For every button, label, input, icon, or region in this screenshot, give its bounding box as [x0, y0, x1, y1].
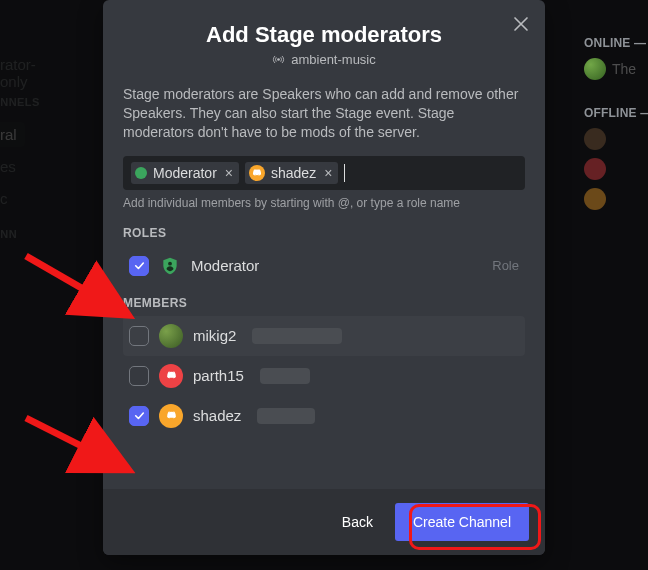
modal-footer: Back Create Channel [103, 489, 545, 555]
checkbox[interactable] [129, 326, 149, 346]
discord-logo-icon [164, 408, 179, 423]
role-color-dot [135, 167, 147, 179]
row-right-label: Role [492, 258, 519, 273]
modal-description: Stage moderators are Speakers who can ad… [123, 85, 525, 142]
member-list-ghost: ONLINE — 1 The OFFLINE — 3 [584, 6, 644, 218]
chip-label: shadez [271, 165, 316, 181]
member-name-partial: The [612, 61, 636, 77]
role-shield-icon [159, 255, 181, 277]
text-caret [344, 164, 345, 182]
stage-channel-icon [272, 53, 285, 66]
avatar [159, 324, 183, 348]
modal-header: Add Stage moderators ambient-music [103, 0, 545, 73]
avatar [159, 404, 183, 428]
check-icon [133, 259, 146, 272]
back-button[interactable]: Back [326, 504, 389, 540]
checkbox[interactable] [129, 366, 149, 386]
avatar [584, 188, 606, 210]
section-members-label: MEMBERS [123, 296, 525, 310]
member-name: mikig2 [193, 327, 236, 344]
discord-logo-icon [250, 166, 264, 180]
member-entry [584, 158, 644, 180]
avatar [584, 58, 606, 80]
avatar [249, 165, 265, 181]
moderator-picker-input[interactable]: Moderator × shadez × [123, 156, 525, 190]
member-row-mikig2[interactable]: mikig2 [123, 316, 525, 356]
checkbox[interactable] [129, 406, 149, 426]
members-offline-header: OFFLINE — 3 [584, 106, 644, 120]
member-entry: The [584, 58, 644, 80]
role-row-moderator[interactable]: Moderator Role [123, 246, 525, 286]
avatar [584, 158, 606, 180]
chip-remove-icon[interactable]: × [324, 165, 332, 181]
chip-label: Moderator [153, 165, 217, 181]
member-entry [584, 188, 644, 210]
check-icon [133, 409, 146, 422]
chip-member-shadez[interactable]: shadez × [245, 162, 338, 184]
close-button[interactable] [509, 12, 533, 36]
input-hint: Add individual members by starting with … [123, 196, 525, 210]
checkbox[interactable] [129, 256, 149, 276]
chip-role-moderator[interactable]: Moderator × [131, 162, 239, 184]
modal-subtitle: ambient-music [123, 52, 525, 67]
avatar [584, 128, 606, 150]
create-channel-button[interactable]: Create Channel [395, 503, 529, 541]
discriminator-redacted [260, 368, 310, 384]
members-online-header: ONLINE — 1 [584, 36, 644, 50]
section-roles-label: ROLES [123, 226, 525, 240]
member-row-shadez[interactable]: shadez [123, 396, 525, 436]
discriminator-redacted [257, 408, 315, 424]
member-entry [584, 128, 644, 150]
modal-body: Stage moderators are Speakers who can ad… [103, 73, 545, 489]
svg-point-0 [277, 58, 280, 61]
channel-name: ambient-music [291, 52, 376, 67]
modal-title: Add Stage moderators [123, 22, 525, 48]
discriminator-redacted [252, 328, 342, 344]
avatar [159, 364, 183, 388]
role-name: Moderator [191, 257, 259, 274]
add-stage-moderators-modal: Add Stage moderators ambient-music Stage… [103, 0, 545, 555]
close-icon [512, 15, 530, 33]
member-row-parth15[interactable]: parth15 [123, 356, 525, 396]
member-name: parth15 [193, 367, 244, 384]
member-name: shadez [193, 407, 241, 424]
discord-logo-icon [164, 368, 179, 383]
chip-remove-icon[interactable]: × [225, 165, 233, 181]
svg-point-1 [168, 261, 172, 265]
